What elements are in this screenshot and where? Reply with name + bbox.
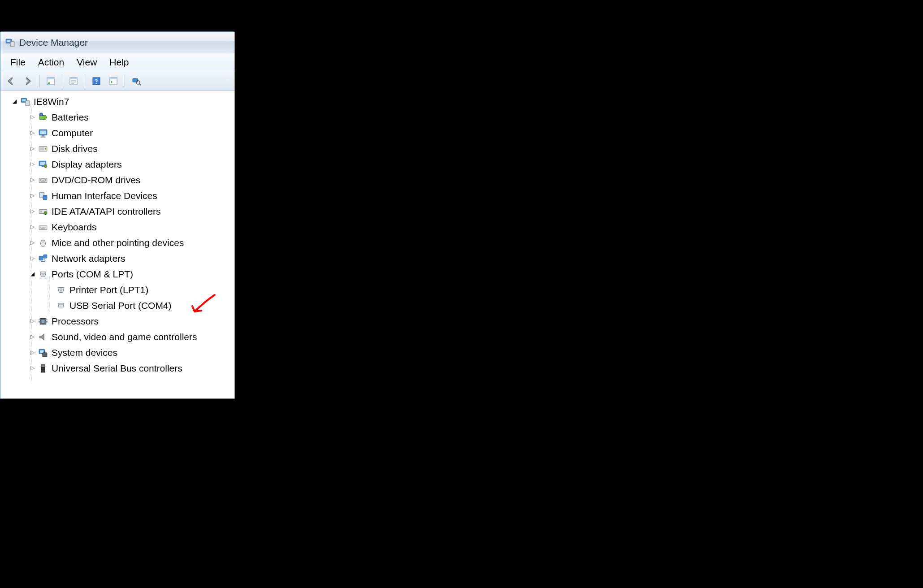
collapse-glyph-icon[interactable]: ◢ <box>29 266 35 282</box>
expand-glyph-icon[interactable]: ▷ <box>29 251 35 266</box>
back-button[interactable] <box>3 74 18 89</box>
tree-node-usb-controllers[interactable]: ▷ Universal Serial Bus controllers <box>3 360 233 376</box>
tree-node-label[interactable]: Batteries <box>52 109 89 125</box>
sound-icon <box>36 332 50 342</box>
tree-node-sound[interactable]: ▷ Sound, video and game controllers <box>3 329 233 345</box>
scan-hardware-button[interactable] <box>106 74 121 89</box>
expand-glyph-icon[interactable]: ▷ <box>29 345 35 360</box>
scan-for-hardware-changes-button[interactable] <box>129 74 144 89</box>
tree-node-system-devices[interactable]: ▷ System devices <box>3 345 233 360</box>
tree-node-disk-drives[interactable]: ▷ Disk drives <box>3 141 233 156</box>
port-icon <box>36 269 50 279</box>
tree-node-ports[interactable]: ◢ Ports (COM & LPT) <box>3 266 233 282</box>
disk-drive-icon <box>36 144 50 154</box>
toolbar-separator <box>62 75 62 87</box>
collapse-glyph-icon[interactable]: ◢ <box>11 94 17 109</box>
tree-leaf-usb-serial-port[interactable]: USB Serial Port (COM4) <box>3 298 233 313</box>
tree-leaf-label[interactable]: Printer Port (LPT1) <box>69 282 148 298</box>
optical-drive-icon <box>36 175 50 185</box>
mouse-icon <box>36 238 50 248</box>
tree-node-label[interactable]: Display adapters <box>52 156 121 172</box>
tree-node-label[interactable]: Disk drives <box>52 141 98 156</box>
expand-glyph-icon[interactable]: ▷ <box>29 141 35 156</box>
tree-node-processors[interactable]: ▷ Processors <box>3 313 233 329</box>
tree-node-label[interactable]: Human Interface Devices <box>52 188 157 203</box>
tree-node-ide[interactable]: ▷ IDE ATA/ATAPI controllers <box>3 203 233 219</box>
keyboard-icon <box>36 222 50 232</box>
toolbar <box>0 71 234 91</box>
tree-node-computer[interactable]: ▷ Computer <box>3 125 233 141</box>
expand-glyph-icon[interactable]: ▷ <box>29 156 35 172</box>
tree-root-row[interactable]: ◢ IE8Win7 <box>3 94 233 109</box>
expand-glyph-icon[interactable]: ▷ <box>29 219 35 235</box>
tree-node-label[interactable]: Universal Serial Bus controllers <box>52 360 182 376</box>
computer-icon <box>18 97 32 107</box>
tree-node-keyboards[interactable]: ▷ Keyboards <box>3 219 233 235</box>
menu-help[interactable]: Help <box>103 55 135 69</box>
menu-view[interactable]: View <box>70 55 103 69</box>
toolbar-separator <box>39 75 39 87</box>
expand-glyph-icon[interactable]: ▷ <box>29 313 35 329</box>
system-device-icon <box>36 348 50 358</box>
port-icon <box>54 301 68 311</box>
tree-leaf-label[interactable]: USB Serial Port (COM4) <box>69 298 172 313</box>
help-button[interactable] <box>89 74 104 89</box>
expand-glyph-icon[interactable]: ▷ <box>29 203 35 219</box>
window-title: Device Manager <box>19 37 88 48</box>
tree-node-optical-drives[interactable]: ▷ DVD/CD-ROM drives <box>3 172 233 188</box>
device-tree[interactable]: ◢ IE8Win7 ▷ Batteries ▷ Computer ▷ Disk … <box>0 91 234 379</box>
device-manager-window: Device Manager File Action View Help <box>0 31 235 399</box>
usb-icon <box>36 363 50 373</box>
tree-node-label[interactable]: Sound, video and game controllers <box>52 329 197 345</box>
expand-glyph-icon[interactable]: ▷ <box>29 329 35 345</box>
display-adapter-icon <box>36 160 50 169</box>
title-bar[interactable]: Device Manager <box>0 32 234 53</box>
expand-glyph-icon[interactable]: ▷ <box>29 188 35 203</box>
expand-glyph-icon[interactable]: ▷ <box>29 360 35 376</box>
toolbar-separator <box>125 75 125 87</box>
battery-icon <box>36 112 50 122</box>
tree-node-label[interactable]: Ports (COM & LPT) <box>52 266 133 282</box>
expand-glyph-icon[interactable]: ▷ <box>29 235 35 251</box>
properties-button[interactable] <box>66 74 81 89</box>
tree-node-batteries[interactable]: ▷ Batteries <box>3 109 233 125</box>
tree-node-label[interactable]: Computer <box>52 125 93 141</box>
network-adapter-icon <box>36 254 50 264</box>
tree-leaf-printer-port[interactable]: Printer Port (LPT1) <box>3 282 233 298</box>
menu-bar: File Action View Help <box>0 53 234 71</box>
menu-file[interactable]: File <box>4 55 32 69</box>
tree-root-label[interactable]: IE8Win7 <box>34 94 69 109</box>
menu-action[interactable]: Action <box>32 55 70 69</box>
expand-glyph-icon[interactable]: ▷ <box>29 125 35 141</box>
computer-icon <box>36 128 50 138</box>
tree-node-label[interactable]: Mice and other pointing devices <box>52 235 184 251</box>
toolbar-separator <box>85 75 85 87</box>
expand-glyph-icon[interactable]: ▷ <box>29 172 35 188</box>
show-hide-console-tree-button[interactable] <box>43 74 58 89</box>
processor-icon <box>36 316 50 326</box>
tree-node-hid[interactable]: ▷ Human Interface Devices <box>3 188 233 203</box>
ide-controller-icon <box>36 207 50 216</box>
forward-button[interactable] <box>20 74 35 89</box>
tree-node-label[interactable]: Processors <box>52 313 99 329</box>
expand-glyph-icon[interactable]: ▷ <box>29 109 35 125</box>
hid-icon <box>36 191 50 201</box>
tree-node-label[interactable]: DVD/CD-ROM drives <box>52 172 140 188</box>
tree-node-mice[interactable]: ▷ Mice and other pointing devices <box>3 235 233 251</box>
tree-node-label[interactable]: System devices <box>52 345 117 360</box>
tree-node-network-adapters[interactable]: ▷ Network adapters <box>3 251 233 266</box>
tree-node-display-adapters[interactable]: ▷ Display adapters <box>3 156 233 172</box>
tree-node-label[interactable]: Network adapters <box>52 251 126 266</box>
tree-node-label[interactable]: IDE ATA/ATAPI controllers <box>52 203 161 219</box>
device-manager-icon <box>5 38 15 48</box>
port-icon <box>54 285 68 295</box>
tree-node-label[interactable]: Keyboards <box>52 219 96 235</box>
